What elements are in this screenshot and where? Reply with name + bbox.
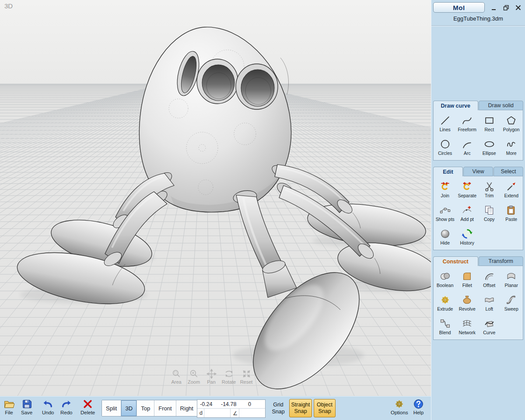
boolean-icon: [440, 271, 451, 282]
gear-icon: [394, 399, 405, 410]
viewport-canvas[interactable]: [0, 0, 431, 396]
planar-icon: [506, 271, 517, 282]
tool-circles[interactable]: Circles: [434, 135, 456, 159]
scissors-icon: [484, 181, 495, 192]
reset-view-control[interactable]: Reset: [238, 369, 255, 385]
tool-offset[interactable]: Offset: [478, 267, 500, 291]
tool-trim[interactable]: Trim: [478, 178, 500, 201]
circle-icon: [440, 139, 451, 150]
ellipse-icon: [484, 139, 495, 150]
angle-label: ∠: [231, 410, 239, 416]
tool-paste[interactable]: Paste: [500, 201, 523, 225]
tool-copy[interactable]: Copy: [478, 201, 500, 225]
zoom-control[interactable]: Zoom: [185, 369, 203, 385]
object-snap-toggle[interactable]: Object Snap: [314, 399, 336, 417]
sidebar-empty-area: [431, 26, 525, 101]
view-button-top[interactable]: Top: [137, 400, 154, 416]
extend-icon: [506, 181, 517, 192]
view-button-right[interactable]: Right: [176, 400, 197, 416]
zoom-magnifier-icon: [189, 369, 199, 379]
close-button[interactable]: [514, 4, 522, 11]
squiggle-icon: [506, 139, 517, 150]
tab-view[interactable]: View: [463, 167, 493, 176]
minimize-icon: [490, 4, 497, 11]
tool-polygon[interactable]: Polygon: [500, 112, 523, 135]
edit-panel: Edit View Select Join Separate Trim: [433, 167, 523, 250]
view-button-split[interactable]: Split: [102, 400, 121, 416]
tool-more[interactable]: More: [500, 135, 523, 159]
tool-add-pt[interactable]: Add pt: [456, 201, 479, 225]
distance-label: d: [197, 410, 204, 416]
angle-input[interactable]: [239, 409, 265, 417]
coordinate-readout: -0.24 -14.78 0 d ∠: [197, 399, 266, 418]
curve-on-surface-icon: [484, 318, 495, 329]
tab-construct[interactable]: Construct: [433, 256, 478, 266]
tool-extrude[interactable]: Extrude: [434, 291, 456, 315]
tool-fillet[interactable]: Fillet: [456, 267, 479, 291]
tab-draw-curve[interactable]: Draw curve: [433, 101, 478, 110]
tab-select[interactable]: Select: [494, 167, 523, 176]
redo-arrow-icon: [61, 399, 72, 410]
freeform-curve-icon: [462, 115, 472, 126]
offset-icon: [484, 271, 495, 282]
tool-history[interactable]: History: [456, 225, 479, 248]
straight-snap-toggle[interactable]: Straight Snap: [289, 399, 312, 417]
distance-angle-row: d ∠: [197, 409, 265, 417]
red-x-icon: [82, 399, 93, 410]
view-button-3d[interactable]: 3D: [121, 400, 137, 416]
titlebar: MoI: [431, 0, 525, 13]
tool-lines[interactable]: Lines: [434, 112, 456, 135]
tool-rect[interactable]: Rect: [478, 112, 500, 135]
undo-button[interactable]: Undo: [42, 399, 54, 415]
revolve-icon: [462, 294, 472, 305]
tab-transform[interactable]: Transform: [479, 256, 524, 266]
viewport-name-label[interactable]: 3D: [4, 2, 13, 10]
tool-separate[interactable]: Separate: [456, 178, 479, 201]
tool-extend[interactable]: Extend: [500, 178, 523, 201]
area-zoom-control[interactable]: Area: [168, 369, 185, 385]
tab-draw-solid[interactable]: Draw solid: [479, 101, 524, 110]
tool-revolve[interactable]: Revolve: [456, 291, 479, 315]
options-button[interactable]: Options: [391, 399, 408, 415]
tool-join[interactable]: Join: [434, 178, 456, 201]
tool-ellipse[interactable]: Ellipse: [478, 135, 500, 159]
sweep-icon: [506, 294, 517, 305]
tab-edit[interactable]: Edit: [433, 167, 463, 176]
history-icon: [462, 228, 472, 239]
maximize-button[interactable]: [502, 4, 510, 11]
view-button-front[interactable]: Front: [154, 400, 176, 416]
construct-panel: Construct Transform Boolean Fillet Offse…: [433, 256, 523, 340]
close-icon: [515, 4, 522, 11]
delete-button[interactable]: Delete: [80, 399, 95, 415]
tool-network[interactable]: Network: [456, 315, 479, 338]
tool-loft[interactable]: Loft: [478, 291, 500, 315]
rotate-control[interactable]: Rotate: [220, 369, 238, 385]
distance-input[interactable]: [204, 409, 231, 417]
minimize-button[interactable]: [490, 4, 498, 11]
pan-control[interactable]: Pan: [203, 369, 220, 385]
moi-menu-button[interactable]: MoI: [433, 2, 485, 13]
tool-freeform[interactable]: Freeform: [456, 112, 479, 135]
fillet-icon: [462, 271, 472, 282]
tool-hide[interactable]: Hide: [434, 225, 456, 248]
polygon-icon: [506, 115, 517, 126]
help-button[interactable]: Help: [413, 399, 424, 415]
tool-sweep[interactable]: Sweep: [500, 291, 523, 315]
file-button[interactable]: File: [4, 399, 14, 415]
document-filename: EggTubeThing.3dm: [431, 15, 525, 22]
tool-arc[interactable]: Arc: [456, 135, 479, 159]
save-button[interactable]: Save: [21, 399, 32, 415]
bottom-toolbar: File Save Undo Redo Delete Split 3D Top …: [0, 396, 431, 420]
area-magnifier-icon: [172, 369, 182, 379]
tool-blend[interactable]: Blend: [434, 315, 456, 338]
tool-curve[interactable]: Curve: [478, 315, 500, 338]
tool-show-pts[interactable]: Show pts: [434, 201, 456, 225]
grid-snap-toggle[interactable]: Grid Snap: [268, 401, 288, 416]
tool-planar[interactable]: Planar: [500, 267, 523, 291]
clipboard-icon: [506, 205, 517, 216]
draw-tabs: Draw curve Draw solid: [433, 101, 523, 110]
redo-button[interactable]: Redo: [60, 399, 73, 415]
viewport-3d[interactable]: 3D: [0, 0, 431, 396]
tool-boolean[interactable]: Boolean: [434, 267, 456, 291]
construct-tabs: Construct Transform: [433, 256, 523, 266]
